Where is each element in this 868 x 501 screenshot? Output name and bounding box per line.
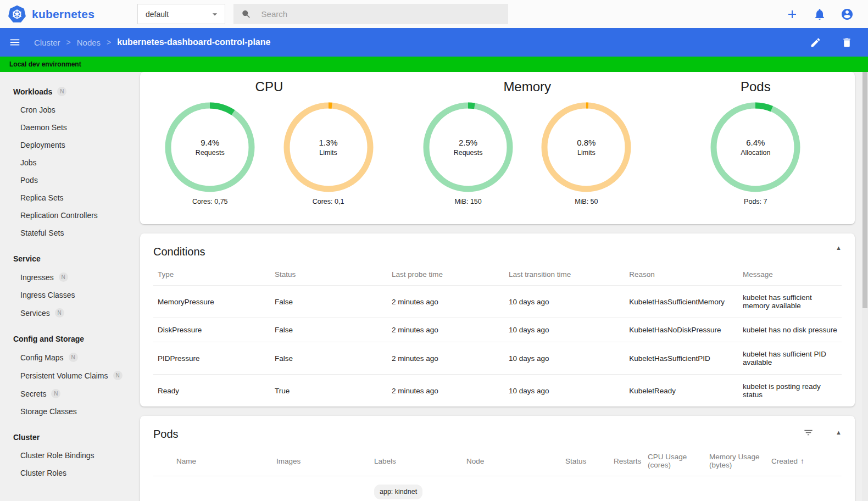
- pod-status-cell: [153, 476, 172, 501]
- pods-column-restarts[interactable]: Restarts: [609, 446, 643, 476]
- donut-row: 6.4%AllocationPods: 7: [656, 102, 855, 205]
- delete-button[interactable]: [841, 37, 853, 48]
- search-bar[interactable]: [233, 4, 508, 24]
- donut-label: Requests: [196, 149, 225, 157]
- condition-cell: Ready: [153, 375, 270, 407]
- sidebar-section-service: Service: [0, 249, 137, 268]
- sidebar-item-storage-classes[interactable]: Storage Classes: [0, 403, 137, 420]
- pods-column-actions: [819, 446, 842, 476]
- page-toolbar: Cluster>Nodes>kubernetes-dashboard-contr…: [0, 28, 868, 57]
- pods-column-name[interactable]: Name: [172, 446, 272, 476]
- conditions-table-body: MemoryPressureFalse2 minutes ago10 days …: [153, 286, 842, 407]
- pods-title: Pods: [153, 428, 842, 441]
- breadcrumb-current: kubernetes-dashboard-control-plane: [117, 37, 270, 47]
- condition-row: DiskPressureFalse2 minutes ago10 days ag…: [153, 318, 842, 342]
- top-app-bar: kubernetes default: [0, 0, 868, 28]
- breadcrumb-link[interactable]: Cluster: [34, 38, 60, 47]
- pod-node: kubernetes-dashboard-control-plane: [462, 476, 561, 501]
- chart-group-memory: Memory2.5%RequestsMiB: 1500.8%LimitsMiB:…: [398, 76, 656, 205]
- donut-value: 6.4%: [746, 138, 765, 147]
- sidebar-item-label: Cluster Roles: [20, 469, 66, 477]
- search-input[interactable]: [260, 9, 500, 19]
- pod-cpu-usage: -: [643, 476, 705, 501]
- sidebar-item-services[interactable]: ServicesN: [0, 304, 137, 322]
- account-button[interactable]: [841, 8, 854, 21]
- pod-created: 10 days ago: [767, 476, 819, 501]
- filter-button[interactable]: [803, 427, 814, 438]
- pods-table: NameImagesLabelsNodeStatusRestartsCPU Us…: [153, 446, 842, 501]
- sidebar-item-daemon-sets[interactable]: Daemon Sets: [0, 119, 137, 136]
- new-badge: N: [55, 308, 64, 318]
- sidebar-item-deployments[interactable]: Deployments: [0, 136, 137, 154]
- column-label: CPU Usage (cores): [648, 453, 687, 469]
- notifications-button[interactable]: [813, 8, 826, 21]
- sidebar-item-replica-sets[interactable]: Replica Sets: [0, 189, 137, 207]
- pod-restarts: 5: [609, 476, 643, 501]
- column-label: Created: [771, 457, 798, 465]
- donut-value: 1.3%: [319, 138, 337, 147]
- sidebar-item-pods[interactable]: Pods: [0, 171, 137, 189]
- donut-row: 2.5%RequestsMiB: 1500.8%LimitsMiB: 50: [398, 102, 656, 205]
- pod-row: kindnet-fmj8ddocker.io/kindest/kindnetd:…: [153, 476, 842, 501]
- namespace-selector[interactable]: default: [137, 4, 225, 24]
- condition-cell: 10 days ago: [504, 375, 625, 407]
- pods-card: Pods ▲ NameImagesLabelsNodeStatusRestart…: [140, 416, 855, 501]
- vertical-scrollbar[interactable]: [862, 72, 868, 501]
- pods-table-header-row: NameImagesLabelsNodeStatusRestartsCPU Us…: [153, 446, 842, 476]
- section-label: Cluster: [13, 433, 40, 442]
- condition-cell: KubeletHasSufficientPID: [625, 342, 738, 375]
- collapse-icon[interactable]: ▲: [836, 430, 842, 436]
- section-label: Config and Storage: [13, 335, 84, 343]
- new-badge: N: [59, 272, 68, 282]
- donut-row: 9.4%RequestsCores: 0,751.3%LimitsCores: …: [140, 102, 398, 205]
- pods-column-images[interactable]: Images: [272, 446, 370, 476]
- sidebar-item-config-maps[interactable]: Config MapsN: [0, 348, 137, 366]
- breadcrumb-link[interactable]: Nodes: [77, 38, 101, 47]
- sidebar-item-ingress-classes[interactable]: Ingress Classes: [0, 286, 137, 304]
- donut-center: 1.3%Limits: [280, 102, 377, 193]
- donut-center: 9.4%Requests: [162, 102, 258, 193]
- sidebar-item-persistent-volume-claims[interactable]: Persistent Volume ClaimsN: [0, 366, 137, 385]
- sidebar-item-stateful-sets[interactable]: Stateful Sets: [0, 224, 137, 242]
- pods-column-node[interactable]: Node: [462, 446, 561, 476]
- create-resource-button[interactable]: [786, 8, 799, 21]
- sidebar-item-cluster-roles[interactable]: Cluster Roles: [0, 464, 137, 482]
- condition-cell: kubelet is posting ready status: [738, 375, 842, 407]
- condition-cell: 2 minutes ago: [387, 375, 504, 407]
- pods-column-memory-usage-bytes-[interactable]: Memory Usage (bytes): [705, 446, 767, 476]
- sidebar-item-secrets[interactable]: SecretsN: [0, 385, 137, 403]
- menu-button[interactable]: [9, 36, 21, 48]
- pods-column-status[interactable]: Status: [561, 446, 609, 476]
- condition-cell: DiskPressure: [153, 318, 270, 342]
- sidebar-item-cluster-role-bindings[interactable]: Cluster Role Bindings: [0, 447, 137, 464]
- sidebar-item-replication-controllers[interactable]: Replication Controllers: [0, 207, 137, 224]
- donut-value: 9.4%: [201, 138, 219, 147]
- pods-column-cpu-usage-cores-[interactable]: CPU Usage (cores): [643, 446, 705, 476]
- kubernetes-logo[interactable]: kubernetes: [0, 5, 137, 24]
- new-badge: N: [57, 87, 66, 96]
- condition-row: MemoryPressureFalse2 minutes ago10 days …: [153, 286, 842, 318]
- condition-cell: False: [270, 342, 387, 375]
- pods-column-created[interactable]: Created↑: [767, 446, 819, 476]
- scrollbar-thumb[interactable]: [863, 72, 867, 308]
- sidebar-item-ingresses[interactable]: IngressesN: [0, 268, 137, 286]
- pod-memory-usage: -: [705, 476, 767, 501]
- sidebar-item-jobs[interactable]: Jobs: [0, 154, 137, 171]
- sidebar-item-cron-jobs[interactable]: Cron Jobs: [0, 101, 137, 119]
- allocation-card: CPU9.4%RequestsCores: 0,751.3%LimitsCore…: [140, 72, 855, 224]
- donut-value: 0.8%: [577, 138, 596, 147]
- search-icon: [241, 9, 252, 20]
- filter-icon: [803, 427, 814, 438]
- conditions-table-header-row: TypeStatusLast probe timeLast transition…: [153, 264, 842, 286]
- chart-title: Pods: [656, 76, 855, 94]
- section-label: Service: [13, 254, 41, 263]
- sidebar-item-label: Stateful Sets: [20, 229, 64, 237]
- edit-button[interactable]: [810, 37, 821, 48]
- collapse-icon[interactable]: ▲: [836, 245, 842, 251]
- pods-table-body: kindnet-fmj8ddocker.io/kindest/kindnetd:…: [153, 476, 842, 501]
- pods-column-labels[interactable]: Labels: [370, 446, 462, 476]
- chart-group-cpu: CPU9.4%RequestsCores: 0,751.3%LimitsCore…: [140, 76, 398, 205]
- sidebar-item-label: Replication Controllers: [20, 211, 98, 220]
- sidebar-item-label: Ingress Classes: [20, 291, 75, 299]
- new-badge: N: [51, 389, 60, 398]
